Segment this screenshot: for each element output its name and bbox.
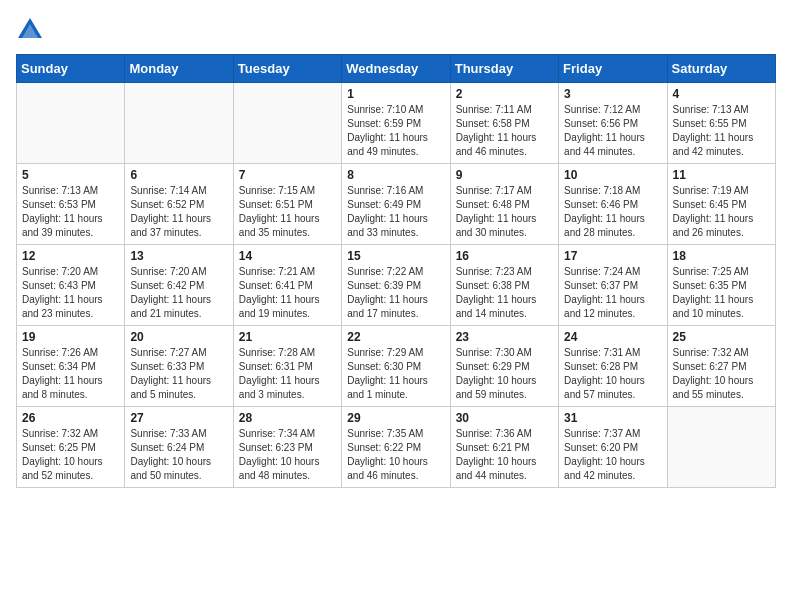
day-info: Sunrise: 7:10 AMSunset: 6:59 PMDaylight:… <box>347 103 444 159</box>
calendar-cell: 23 Sunrise: 7:30 AMSunset: 6:29 PMDaylig… <box>450 326 558 407</box>
day-info: Sunrise: 7:12 AMSunset: 6:56 PMDaylight:… <box>564 103 661 159</box>
calendar-cell: 29 Sunrise: 7:35 AMSunset: 6:22 PMDaylig… <box>342 407 450 488</box>
day-number: 11 <box>673 168 770 182</box>
calendar-cell <box>17 83 125 164</box>
day-info: Sunrise: 7:13 AMSunset: 6:53 PMDaylight:… <box>22 184 119 240</box>
calendar-cell: 7 Sunrise: 7:15 AMSunset: 6:51 PMDayligh… <box>233 164 341 245</box>
calendar-cell: 18 Sunrise: 7:25 AMSunset: 6:35 PMDaylig… <box>667 245 775 326</box>
calendar-cell <box>233 83 341 164</box>
day-number: 14 <box>239 249 336 263</box>
day-number: 31 <box>564 411 661 425</box>
day-number: 2 <box>456 87 553 101</box>
day-info: Sunrise: 7:33 AMSunset: 6:24 PMDaylight:… <box>130 427 227 483</box>
calendar-cell: 15 Sunrise: 7:22 AMSunset: 6:39 PMDaylig… <box>342 245 450 326</box>
calendar-cell: 14 Sunrise: 7:21 AMSunset: 6:41 PMDaylig… <box>233 245 341 326</box>
calendar-cell: 13 Sunrise: 7:20 AMSunset: 6:42 PMDaylig… <box>125 245 233 326</box>
calendar: SundayMondayTuesdayWednesdayThursdayFrid… <box>16 54 776 488</box>
day-info: Sunrise: 7:37 AMSunset: 6:20 PMDaylight:… <box>564 427 661 483</box>
calendar-cell: 30 Sunrise: 7:36 AMSunset: 6:21 PMDaylig… <box>450 407 558 488</box>
header <box>16 16 776 44</box>
day-number: 6 <box>130 168 227 182</box>
day-info: Sunrise: 7:15 AMSunset: 6:51 PMDaylight:… <box>239 184 336 240</box>
week-row-2: 5 Sunrise: 7:13 AMSunset: 6:53 PMDayligh… <box>17 164 776 245</box>
calendar-cell: 6 Sunrise: 7:14 AMSunset: 6:52 PMDayligh… <box>125 164 233 245</box>
day-info: Sunrise: 7:18 AMSunset: 6:46 PMDaylight:… <box>564 184 661 240</box>
day-info: Sunrise: 7:36 AMSunset: 6:21 PMDaylight:… <box>456 427 553 483</box>
calendar-cell: 8 Sunrise: 7:16 AMSunset: 6:49 PMDayligh… <box>342 164 450 245</box>
calendar-cell: 5 Sunrise: 7:13 AMSunset: 6:53 PMDayligh… <box>17 164 125 245</box>
day-info: Sunrise: 7:23 AMSunset: 6:38 PMDaylight:… <box>456 265 553 321</box>
calendar-cell: 4 Sunrise: 7:13 AMSunset: 6:55 PMDayligh… <box>667 83 775 164</box>
day-number: 10 <box>564 168 661 182</box>
calendar-cell: 20 Sunrise: 7:27 AMSunset: 6:33 PMDaylig… <box>125 326 233 407</box>
weekday-header-saturday: Saturday <box>667 55 775 83</box>
day-number: 29 <box>347 411 444 425</box>
day-number: 9 <box>456 168 553 182</box>
week-row-3: 12 Sunrise: 7:20 AMSunset: 6:43 PMDaylig… <box>17 245 776 326</box>
day-info: Sunrise: 7:29 AMSunset: 6:30 PMDaylight:… <box>347 346 444 402</box>
day-number: 17 <box>564 249 661 263</box>
day-info: Sunrise: 7:16 AMSunset: 6:49 PMDaylight:… <box>347 184 444 240</box>
calendar-cell: 10 Sunrise: 7:18 AMSunset: 6:46 PMDaylig… <box>559 164 667 245</box>
day-number: 5 <box>22 168 119 182</box>
calendar-cell: 17 Sunrise: 7:24 AMSunset: 6:37 PMDaylig… <box>559 245 667 326</box>
calendar-cell: 19 Sunrise: 7:26 AMSunset: 6:34 PMDaylig… <box>17 326 125 407</box>
calendar-cell: 16 Sunrise: 7:23 AMSunset: 6:38 PMDaylig… <box>450 245 558 326</box>
day-number: 12 <box>22 249 119 263</box>
day-info: Sunrise: 7:22 AMSunset: 6:39 PMDaylight:… <box>347 265 444 321</box>
day-info: Sunrise: 7:20 AMSunset: 6:42 PMDaylight:… <box>130 265 227 321</box>
day-info: Sunrise: 7:24 AMSunset: 6:37 PMDaylight:… <box>564 265 661 321</box>
weekday-header-friday: Friday <box>559 55 667 83</box>
day-info: Sunrise: 7:14 AMSunset: 6:52 PMDaylight:… <box>130 184 227 240</box>
weekday-header-monday: Monday <box>125 55 233 83</box>
day-info: Sunrise: 7:13 AMSunset: 6:55 PMDaylight:… <box>673 103 770 159</box>
weekday-header-row: SundayMondayTuesdayWednesdayThursdayFrid… <box>17 55 776 83</box>
day-number: 30 <box>456 411 553 425</box>
day-number: 18 <box>673 249 770 263</box>
day-number: 15 <box>347 249 444 263</box>
day-number: 24 <box>564 330 661 344</box>
calendar-cell: 3 Sunrise: 7:12 AMSunset: 6:56 PMDayligh… <box>559 83 667 164</box>
day-number: 1 <box>347 87 444 101</box>
calendar-cell: 27 Sunrise: 7:33 AMSunset: 6:24 PMDaylig… <box>125 407 233 488</box>
week-row-5: 26 Sunrise: 7:32 AMSunset: 6:25 PMDaylig… <box>17 407 776 488</box>
day-info: Sunrise: 7:21 AMSunset: 6:41 PMDaylight:… <box>239 265 336 321</box>
day-info: Sunrise: 7:35 AMSunset: 6:22 PMDaylight:… <box>347 427 444 483</box>
calendar-cell: 12 Sunrise: 7:20 AMSunset: 6:43 PMDaylig… <box>17 245 125 326</box>
calendar-cell: 11 Sunrise: 7:19 AMSunset: 6:45 PMDaylig… <box>667 164 775 245</box>
day-info: Sunrise: 7:30 AMSunset: 6:29 PMDaylight:… <box>456 346 553 402</box>
day-info: Sunrise: 7:32 AMSunset: 6:25 PMDaylight:… <box>22 427 119 483</box>
day-info: Sunrise: 7:26 AMSunset: 6:34 PMDaylight:… <box>22 346 119 402</box>
weekday-header-thursday: Thursday <box>450 55 558 83</box>
day-number: 25 <box>673 330 770 344</box>
calendar-cell: 9 Sunrise: 7:17 AMSunset: 6:48 PMDayligh… <box>450 164 558 245</box>
calendar-cell: 24 Sunrise: 7:31 AMSunset: 6:28 PMDaylig… <box>559 326 667 407</box>
day-number: 13 <box>130 249 227 263</box>
day-number: 19 <box>22 330 119 344</box>
day-info: Sunrise: 7:32 AMSunset: 6:27 PMDaylight:… <box>673 346 770 402</box>
calendar-cell: 2 Sunrise: 7:11 AMSunset: 6:58 PMDayligh… <box>450 83 558 164</box>
day-number: 26 <box>22 411 119 425</box>
week-row-4: 19 Sunrise: 7:26 AMSunset: 6:34 PMDaylig… <box>17 326 776 407</box>
day-number: 3 <box>564 87 661 101</box>
day-number: 8 <box>347 168 444 182</box>
calendar-cell: 26 Sunrise: 7:32 AMSunset: 6:25 PMDaylig… <box>17 407 125 488</box>
weekday-header-sunday: Sunday <box>17 55 125 83</box>
calendar-cell <box>667 407 775 488</box>
day-info: Sunrise: 7:25 AMSunset: 6:35 PMDaylight:… <box>673 265 770 321</box>
day-number: 22 <box>347 330 444 344</box>
day-number: 28 <box>239 411 336 425</box>
calendar-cell: 21 Sunrise: 7:28 AMSunset: 6:31 PMDaylig… <box>233 326 341 407</box>
day-info: Sunrise: 7:28 AMSunset: 6:31 PMDaylight:… <box>239 346 336 402</box>
day-info: Sunrise: 7:11 AMSunset: 6:58 PMDaylight:… <box>456 103 553 159</box>
day-info: Sunrise: 7:27 AMSunset: 6:33 PMDaylight:… <box>130 346 227 402</box>
calendar-cell: 28 Sunrise: 7:34 AMSunset: 6:23 PMDaylig… <box>233 407 341 488</box>
weekday-header-wednesday: Wednesday <box>342 55 450 83</box>
logo-icon <box>16 16 44 44</box>
day-info: Sunrise: 7:34 AMSunset: 6:23 PMDaylight:… <box>239 427 336 483</box>
calendar-cell: 25 Sunrise: 7:32 AMSunset: 6:27 PMDaylig… <box>667 326 775 407</box>
day-number: 21 <box>239 330 336 344</box>
day-number: 20 <box>130 330 227 344</box>
day-info: Sunrise: 7:17 AMSunset: 6:48 PMDaylight:… <box>456 184 553 240</box>
weekday-header-tuesday: Tuesday <box>233 55 341 83</box>
